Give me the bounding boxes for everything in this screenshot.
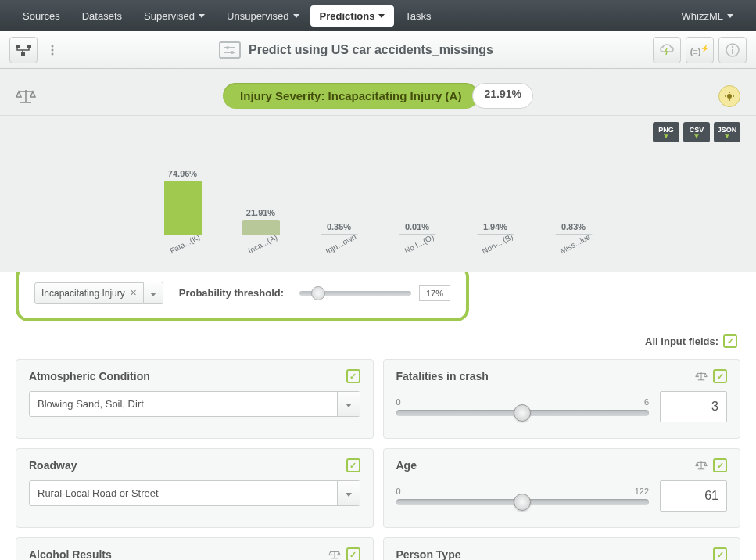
prediction-pct: 21.91% [472,83,532,109]
bar-value: 21.91% [246,208,275,217]
export-png-button[interactable]: PNG▼ [653,122,679,142]
field-toggle[interactable]: ✓ [713,547,727,560]
nav-whizzml[interactable]: WhizzML [671,4,744,28]
field-title: Age [396,459,695,472]
bar-label: No I...(O) [403,232,435,255]
menu-icon [47,45,58,56]
field-toggle[interactable]: ✓ [346,369,360,383]
cloud-bolt-icon [659,44,675,56]
caret-icon [378,14,385,18]
field-title: Atmospheric Condition [29,370,346,382]
nav-supervised[interactable]: Supervised [133,4,216,28]
title-bar: Predict using US car accidents_missings … [0,31,756,69]
cloud-action-button[interactable] [653,37,681,63]
info-icon [725,42,740,58]
threshold-box: Incapacitating Injury ✕ Probability thre… [16,264,469,321]
threshold-slider[interactable]: 17% [299,285,450,301]
field-select[interactable]: Blowing Sand, Soil, Dirt [29,391,360,417]
nav-predictions[interactable]: Predictions [310,5,395,27]
threshold-class-caret[interactable] [144,282,163,304]
page-title: Predict using US car accidents_missings [249,43,493,57]
scale-icon [328,549,342,560]
field-select-caret[interactable] [337,392,360,416]
bar-value: 1.94% [483,222,507,232]
field-toggle[interactable]: ✓ [713,369,727,383]
nav-sources[interactable]: Sources [12,4,71,28]
caret-icon [727,14,733,18]
bar-value: 0.01% [405,222,429,232]
bar-rect [164,181,202,235]
title-actions: (≡)⚡ [653,37,747,63]
field-value-input[interactable] [660,480,727,512]
field-select[interactable]: Rural-Local Road or Street [29,480,360,506]
toggle-view-button[interactable] [718,85,740,107]
field-panel-roadway: Roadway ✓ Rural-Local Road or Street [16,448,374,528]
slider-min: 0 [396,486,401,496]
scale-icon [694,460,708,471]
sun-icon [724,91,735,102]
scale-icon [14,88,38,105]
svg-rect-2 [21,52,25,56]
slider-max: 6 [644,397,649,407]
slider-thumb[interactable] [514,494,531,511]
field-panel-fatalities-in-crash: Fatalities in crash ✓ 06 [383,359,741,439]
field-toggle[interactable]: ✓ [346,458,360,472]
page-title-wrap: Predict using US car accidents_missings [67,41,645,59]
code-action-button[interactable]: (≡)⚡ [686,37,714,63]
field-panel-person-type: Person Type ✓ Bicyclist [383,537,741,560]
svg-point-5 [52,53,54,56]
slider-min: 0 [396,397,401,407]
svg-point-11 [732,46,733,48]
bar-1: 21.91% Inca...(A) [238,208,285,249]
svg-rect-12 [732,49,733,54]
bar-value: 0.83% [561,222,586,232]
field-value-input[interactable] [660,391,727,422]
svg-point-8 [226,46,229,49]
export-csv-button[interactable]: CSV▼ [683,122,710,142]
nav-tasks[interactable]: Tasks [394,4,442,28]
bar-2: 0.35% Inju...own [316,222,363,249]
bar-3: 0.01% No I...(O) [394,222,441,249]
field-title: Person Type [396,548,714,560]
field-title: Alcohol Results [29,548,328,560]
slider-thumb[interactable] [514,404,531,422]
menu-dots-button[interactable] [45,37,59,63]
slider-max: 122 [635,486,649,496]
chart-area: PNG▼ CSV▼ JSON▼ 74.96% Fata...(K)21.91% … [0,116,756,272]
field-select-caret[interactable] [337,481,360,505]
field-toggle[interactable]: ✓ [346,547,360,560]
bar-label: Inju...own [324,232,358,256]
network-icon-button[interactable] [9,37,38,63]
svg-point-3 [52,45,54,48]
field-slider[interactable] [396,499,650,505]
svg-point-4 [52,49,54,52]
field-select-value: Rural-Local Road or Street [30,481,337,505]
export-buttons: PNG▼ CSV▼ JSON▼ [653,122,740,142]
field-toggle[interactable]: ✓ [713,458,727,472]
all-fields-toggle[interactable]: ✓ [723,334,737,348]
bar-value: 74.96% [168,169,197,178]
nav-datasets[interactable]: Datasets [71,4,133,28]
threshold-value: 17% [419,285,450,301]
bar-label: Miss...lue [559,232,592,256]
clear-class-button[interactable]: ✕ [130,288,137,298]
prediction-label: Injury Severity: Incapacitating Injury (… [240,89,461,102]
prediction-header: Injury Severity: Incapacitating Injury (… [0,69,756,116]
threshold-label: Probability threshold: [179,287,284,299]
threshold-class-label: Incapacitating Injury [41,288,125,299]
field-title: Roadway [29,459,346,472]
threshold-slider-thumb[interactable] [311,286,325,300]
field-title: Fatalities in crash [396,370,695,382]
field-slider[interactable] [396,410,650,416]
bar-label: Inca...(A) [247,232,279,255]
bar-label: Non-...(B) [480,232,514,256]
caret-icon [293,14,299,18]
svg-point-13 [727,94,732,99]
export-json-button[interactable]: JSON▼ [714,122,740,142]
network-icon [15,44,32,56]
field-select-value: Blowing Sand, Soil, Dirt [30,392,337,416]
bar-0: 74.96% Fata...(K) [159,169,206,249]
info-button[interactable] [718,37,747,63]
nav-unsupervised[interactable]: Unsupervised [216,4,310,28]
threshold-class-select[interactable]: Incapacitating Injury ✕ [34,282,163,304]
